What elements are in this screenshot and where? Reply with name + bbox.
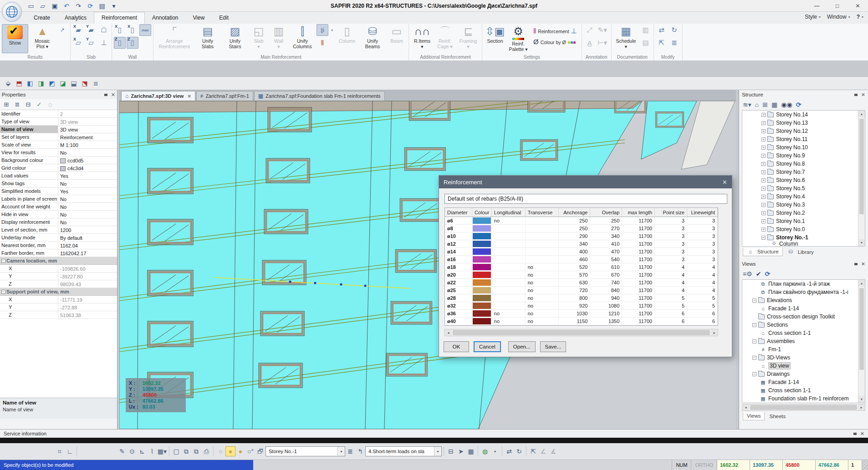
rebar-row-ø20[interactable]: ø20no5706701170044	[445, 271, 718, 279]
rebar-cell[interactable]: 470	[590, 248, 622, 255]
grid-snap-icon[interactable]: ⌗	[55, 446, 65, 456]
structure-tree-item[interactable]: +Storey No.5	[742, 184, 865, 192]
structure-tree-item[interactable]: +Storey No.14	[742, 111, 865, 119]
views-tree-item[interactable]: −Sections	[742, 321, 865, 329]
ribbon-tab-view[interactable]: View	[186, 12, 212, 24]
expand-icon[interactable]: +	[761, 219, 766, 223]
rebar-cell[interactable]: 11700	[622, 225, 655, 232]
rebar-cell[interactable]: 1350	[590, 318, 622, 325]
rebar-cell[interactable]: 4	[655, 271, 687, 278]
expand-icon[interactable]: +	[761, 227, 766, 232]
column-header-lineweight[interactable]: Lineweight	[687, 208, 718, 217]
scroll-thumb[interactable]	[859, 119, 864, 214]
property-value[interactable]: 3D view	[58, 118, 117, 125]
property-row[interactable]: Set of layersReinforcement	[0, 133, 117, 141]
mosaic-plot-button[interactable]: ▲ Mosaic Plot ▾	[29, 24, 56, 53]
structure-tree-item[interactable]: +Storey No.1	[742, 217, 865, 225]
close-panel-icon[interactable]: ✕	[861, 261, 865, 267]
unify-stairs-button[interactable]: ▨ Unify Stairs	[222, 24, 248, 53]
rebar-row-ø28[interactable]: ø28no8009401170055	[445, 294, 718, 302]
rebar-cell[interactable]: no	[526, 271, 559, 278]
colour-cell[interactable]	[472, 263, 492, 271]
rebar-cell[interactable]: 610	[590, 263, 622, 271]
structure-vertical-scrollbar[interactable]: ▴▾	[858, 111, 865, 246]
expand-icon[interactable]: +	[761, 203, 766, 207]
views-tree-item[interactable]: Cross-section design Toolkit	[742, 313, 865, 321]
property-row[interactable]: View for resultsNo	[0, 149, 117, 157]
views-tree-item[interactable]: −Elevations	[742, 296, 865, 304]
wall-reinforcement-button[interactable]: ▥ Wall ▾	[269, 24, 288, 53]
ruler-icon[interactable]: ▤	[97, 1, 107, 10]
lamp-off-icon[interactable]: ○	[215, 446, 225, 456]
unify-columns-button[interactable]: ⫿ Unify Columns	[289, 24, 316, 53]
ok-button[interactable]: OK	[444, 341, 469, 352]
rebar-cell[interactable]: 5	[687, 302, 718, 309]
view-corner2-icon[interactable]: ⬔	[80, 79, 89, 88]
property-row[interactable]: Background colourccd0d5	[0, 157, 117, 164]
reinforcement-display-button[interactable]: ⫴ Reinforcement ⊥	[531, 26, 580, 36]
column-header-overlap[interactable]: Overlap	[590, 208, 622, 217]
property-value[interactable]: -272.88	[58, 303, 117, 311]
rebar-cell[interactable]	[526, 217, 559, 224]
list-view-icon[interactable]: ≣	[13, 101, 21, 109]
rebar-cell[interactable]	[526, 225, 559, 232]
rebar-cell[interactable]: 3	[687, 256, 718, 263]
dialog-horizontal-scrollbar[interactable]: ◂ ▸	[444, 329, 718, 336]
rebar-cell[interactable]: 250	[590, 217, 622, 224]
load-arrow-icon[interactable]: ↰	[355, 446, 365, 456]
scroll-up-icon[interactable]: ▴	[858, 111, 865, 117]
property-row[interactable]: Hide in viewNo	[0, 211, 117, 218]
structure-tree-item-clipped[interactable]: ⟐Column	[742, 242, 865, 246]
rebar-cell[interactable]: 270	[590, 225, 622, 232]
property-row[interactable]: Y-272.88	[0, 303, 117, 311]
save-icon[interactable]: ▣	[50, 1, 59, 10]
rebar-cell[interactable]: 3	[687, 248, 718, 255]
structure-tree-item[interactable]: +Storey No.11	[742, 135, 865, 143]
rebar-cell[interactable]: 4	[655, 279, 687, 286]
slab-shear-button[interactable]: ⊥	[98, 37, 110, 49]
open-folder-icon[interactable]: ▱	[38, 1, 47, 10]
rebar-cell[interactable]	[526, 232, 559, 240]
slab-x-top-button[interactable]: X▰	[72, 24, 84, 36]
dialog-title-bar[interactable]: Reinforcement ✕	[439, 176, 732, 188]
collapse-icon[interactable]: −	[752, 356, 756, 360]
structure-tree-item[interactable]: −Storey No.-1	[742, 233, 865, 242]
ribbon-tab-reinforcement[interactable]: Reinforcement	[94, 12, 145, 24]
rebar-row-ø22[interactable]: ø22no6307401170044	[445, 279, 718, 287]
rebar-cell[interactable]	[492, 294, 526, 302]
rebar-cell[interactable]: 11700	[622, 240, 655, 248]
property-row[interactable]: X-11771.19	[0, 296, 117, 303]
property-row[interactable]: Identifier2	[0, 110, 117, 118]
rebar-cell[interactable]	[492, 263, 526, 271]
cancel-button[interactable]: Cancel	[474, 341, 501, 352]
app-logo-icon[interactable]	[2, 2, 22, 22]
views-tree-item[interactable]: ≠Fm-1	[742, 345, 865, 354]
views-tree-item[interactable]: ⌂Facade 1-14	[742, 304, 865, 313]
property-value[interactable]: 1162042.17	[58, 249, 117, 257]
rebar-cell[interactable]: 250	[559, 225, 591, 232]
view-corner1-icon[interactable]: ⬓	[69, 79, 78, 88]
reinf-cage-button[interactable]: ⌒ Reinf. Cage ▾	[434, 24, 455, 53]
rebar-row-ø18[interactable]: ø18no5206101170044	[445, 263, 718, 271]
property-value[interactable]: ccd0d5	[58, 157, 117, 164]
property-value[interactable]: 1162.04	[58, 242, 117, 249]
structure-tree-item[interactable]: +Storey No.6	[742, 176, 865, 184]
rebar-cell[interactable]	[492, 256, 526, 263]
property-row[interactable]: Labels in plane of screenNo	[0, 195, 117, 203]
expand-icon[interactable]: +	[761, 113, 766, 117]
ritems-button[interactable]: ∩∩ R.Items ▾	[411, 24, 434, 53]
slab-reinforcement-button[interactable]: ◱ Slab ▾	[249, 24, 268, 53]
views-tree-item[interactable]: ⧉План свайного фундамента -1-i	[742, 288, 865, 296]
rebar-cell[interactable]: 11700	[622, 232, 655, 240]
tab-library[interactable]: ⛁Library	[784, 248, 817, 256]
home-storey-icon[interactable]: ⌂	[755, 101, 759, 108]
move-button[interactable]: ⇄	[656, 24, 668, 36]
property-value[interactable]: No	[58, 149, 117, 156]
views-tree-item[interactable]: ⧉План паркинга -1-й этаж	[742, 280, 865, 288]
rebar-cell[interactable]: 3	[687, 217, 718, 224]
property-value[interactable]: M 1:100	[58, 141, 117, 148]
structure-tree-item[interactable]: +Storey No.4	[742, 192, 865, 201]
wall-z2-button[interactable]: Z▯	[127, 37, 138, 49]
expand-icon[interactable]: +	[761, 211, 766, 215]
refresh-icon[interactable]: ⟳	[796, 101, 802, 108]
